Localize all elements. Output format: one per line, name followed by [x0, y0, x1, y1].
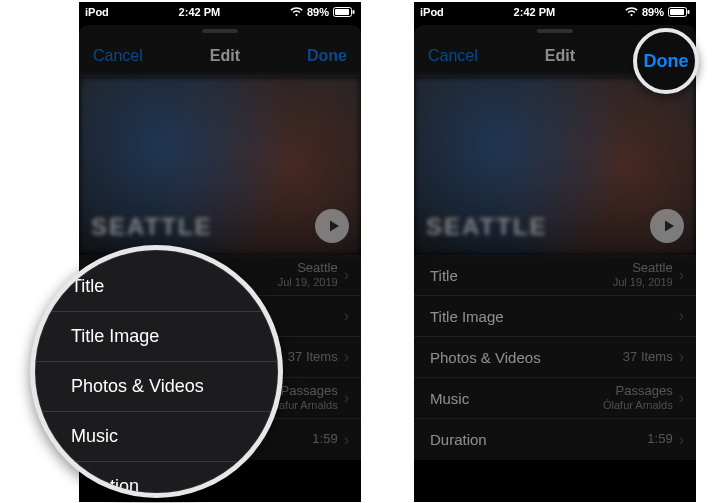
nav-title: Edit: [210, 47, 240, 65]
play-button[interactable]: [315, 209, 349, 243]
cancel-button[interactable]: Cancel: [93, 47, 143, 65]
cancel-button[interactable]: Cancel: [428, 47, 478, 65]
hero-title-blurred: SEATTLE: [91, 213, 213, 241]
chevron-right-icon: ›: [679, 431, 684, 449]
chevron-right-icon: ›: [344, 389, 349, 407]
mag-item-music: Music: [35, 412, 278, 462]
nav-title: Edit: [545, 47, 575, 65]
nav-bar: Cancel Edit Done: [79, 35, 361, 77]
wifi-icon: [290, 7, 303, 17]
svg-rect-4: [670, 9, 684, 15]
row-value: Seattle Jul 19, 2019: [613, 261, 673, 289]
status-bar: iPod 2:42 PM 89%: [79, 2, 361, 21]
status-time: 2:42 PM: [514, 6, 556, 18]
chevron-right-icon: ›: [344, 266, 349, 284]
row-label: Music: [430, 390, 469, 407]
memory-settings-list: Title Seattle Jul 19, 2019 › Title Image…: [414, 255, 696, 460]
battery-pct: 89%: [642, 6, 664, 18]
row-value: 37 Items: [623, 350, 673, 365]
battery-pct: 89%: [307, 6, 329, 18]
play-icon: [662, 219, 676, 233]
chevron-right-icon: ›: [344, 307, 349, 325]
sheet-grabber[interactable]: [79, 25, 361, 35]
chevron-right-icon: ›: [679, 266, 684, 284]
chevron-right-icon: ›: [679, 307, 684, 325]
row-value: 37 Items: [288, 350, 338, 365]
mag-item-title-image: Title Image: [35, 312, 278, 362]
row-music[interactable]: Music Passages Ólafur Arnalds ›: [414, 378, 696, 419]
done-highlight-label: Done: [644, 51, 689, 72]
svg-rect-5: [687, 10, 689, 14]
tutorial-magnifier: Title Title Image Photos & Videos Music …: [30, 245, 283, 498]
row-duration[interactable]: Duration 1:59 ›: [414, 419, 696, 460]
svg-rect-1: [335, 9, 349, 15]
row-label: Photos & Videos: [430, 349, 541, 366]
battery-icon: [333, 7, 355, 17]
tutorial-done-highlight: Done: [633, 28, 699, 94]
chevron-right-icon: ›: [344, 348, 349, 366]
status-time: 2:42 PM: [179, 6, 221, 18]
chevron-right-icon: ›: [679, 348, 684, 366]
row-title[interactable]: Title Seattle Jul 19, 2019 ›: [414, 255, 696, 296]
play-button[interactable]: [650, 209, 684, 243]
row-title-image[interactable]: Title Image ›: [414, 296, 696, 337]
row-label: Title Image: [430, 308, 504, 325]
row-label: Duration: [430, 431, 487, 448]
play-icon: [327, 219, 341, 233]
mag-item-photos: Photos & Videos: [35, 362, 278, 412]
battery-icon: [668, 7, 690, 17]
wifi-icon: [625, 7, 638, 17]
row-value: 1:59: [312, 432, 337, 447]
memory-hero: SEATTLE: [79, 77, 361, 255]
status-bar: iPod 2:42 PM 89%: [414, 2, 696, 21]
memory-hero: SEATTLE: [414, 77, 696, 255]
chevron-right-icon: ›: [344, 431, 349, 449]
svg-rect-2: [352, 10, 354, 14]
status-carrier: iPod: [85, 6, 109, 18]
chevron-right-icon: ›: [679, 389, 684, 407]
row-value: 1:59: [647, 432, 672, 447]
row-photos-videos[interactable]: Photos & Videos 37 Items ›: [414, 337, 696, 378]
hero-title-blurred: SEATTLE: [426, 213, 548, 241]
done-button[interactable]: Done: [307, 47, 347, 65]
row-value: Seattle Jul 19, 2019: [278, 261, 338, 289]
row-value: Passages Ólafur Arnalds: [603, 384, 673, 412]
status-carrier: iPod: [420, 6, 444, 18]
row-label: Title: [430, 267, 458, 284]
